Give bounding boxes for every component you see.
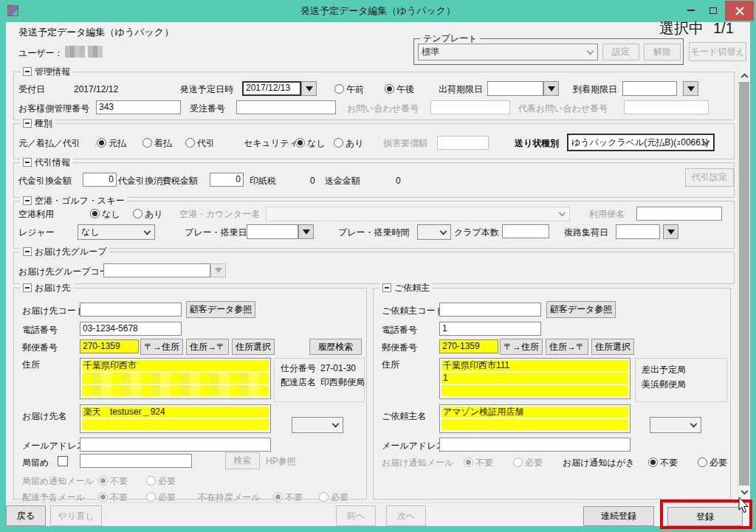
return-pickup-dropdown-button[interactable]: [663, 224, 678, 239]
pm-radio[interactable]: [385, 84, 394, 94]
sender-addr-to-zip-button[interactable]: 住所→〒: [546, 339, 588, 355]
kyokudome-checkbox[interactable]: [58, 456, 68, 466]
ship-date-input[interactable]: 2017/12/13: [242, 81, 301, 96]
cod-config-button[interactable]: 代引設定: [685, 168, 734, 187]
rep-inquiry-no-input[interactable]: [624, 100, 709, 114]
sender-addr-textarea[interactable]: 千葉県印西市111 1: [439, 358, 630, 399]
template-release-button[interactable]: 解除: [644, 44, 681, 61]
am-radio[interactable]: [334, 84, 344, 94]
absence-return-fuyo-radio[interactable]: [273, 492, 283, 502]
sender-mail-input[interactable]: [439, 438, 630, 452]
sender-tel-input[interactable]: 1: [439, 322, 541, 336]
recipient-honorific-select[interactable]: [292, 417, 343, 433]
collapse-icon[interactable]: [23, 196, 32, 205]
daibiki-radio[interactable]: [185, 138, 195, 148]
recipient-name-textarea[interactable]: 楽天 testuser＿924: [80, 404, 271, 433]
sender-addr-label: 住所: [382, 359, 399, 370]
mode-switch-button[interactable]: モード切替え: [689, 42, 746, 61]
collapse-icon[interactable]: [23, 119, 32, 128]
flight-name-input[interactable]: [636, 207, 722, 221]
close-button[interactable]: [725, 1, 754, 21]
security-ari-radio[interactable]: [334, 138, 343, 148]
sender-zip-input[interactable]: 270-1359: [439, 339, 498, 353]
recipient-tel-input[interactable]: 03-1234-5678: [80, 322, 182, 336]
ship-deadline-dropdown-button[interactable]: [543, 81, 559, 96]
recipient-zip-to-addr-button[interactable]: 〒→住所: [140, 339, 183, 355]
continuous-register-button[interactable]: 連続登録: [583, 506, 654, 526]
selection-status: 選択中: [659, 20, 704, 36]
leisure-select[interactable]: なし: [78, 224, 155, 240]
minimize-button[interactable]: [681, 0, 701, 21]
scroll-up-button[interactable]: [738, 69, 750, 81]
recipient-addr-select-button[interactable]: 住所選択: [232, 339, 275, 355]
recipient-mail-input[interactable]: [80, 438, 271, 452]
recipient-customer-ref-button[interactable]: 顧客データ参照: [186, 301, 255, 318]
label-type-value: ゆうパックラベル(元払B)(ｭ00661): [571, 137, 709, 149]
notice-postcard-fuyo-radio[interactable]: [648, 457, 658, 467]
damage-input[interactable]: [437, 136, 489, 150]
template-select[interactable]: 標準: [418, 44, 598, 61]
ship-deadline-label: 出荷期限日: [439, 84, 483, 94]
return-pickup-input[interactable]: [616, 224, 660, 239]
chakubarai-radio[interactable]: [142, 138, 152, 148]
back-button[interactable]: 戻る: [6, 505, 46, 526]
sender-honorific-select[interactable]: [650, 417, 701, 433]
inquiry-no-input[interactable]: [430, 100, 510, 114]
sender-zip-to-addr-button[interactable]: 〒→住所: [500, 339, 543, 355]
history-search-button[interactable]: 履歴検索: [309, 339, 362, 355]
recipient-code-input[interactable]: [80, 303, 182, 317]
recipient-zip-input[interactable]: 270-1359: [80, 339, 139, 353]
airport-use-label: 空港利用: [18, 209, 54, 219]
ship-date-dropdown-button[interactable]: [301, 81, 317, 96]
sender-addr-select-button[interactable]: 住所選択: [591, 339, 634, 355]
maximize-button[interactable]: [703, 0, 724, 21]
collapse-icon[interactable]: [23, 283, 32, 292]
delivery-group-dropdown-button[interactable]: [210, 263, 226, 277]
delivery-notice-hitsuyo-radio[interactable]: [146, 492, 156, 502]
customer-no-input[interactable]: 343: [96, 100, 181, 114]
kyokudome-input[interactable]: [80, 454, 192, 468]
delivery-group-code-input[interactable]: [103, 263, 210, 277]
sender-code-input[interactable]: [439, 303, 541, 317]
notice-postcard-hitsuyo-radio[interactable]: [698, 457, 707, 467]
cod-tax-input[interactable]: 0: [210, 173, 244, 187]
redo-button[interactable]: やり直し: [50, 505, 102, 526]
prev-button[interactable]: 前へ: [336, 505, 376, 526]
sender-customer-ref-button[interactable]: 顧客データ参照: [546, 301, 616, 318]
collapse-icon[interactable]: [23, 158, 32, 167]
motobarai-radio[interactable]: [97, 138, 106, 148]
notice-mail-hitsuyo-radio[interactable]: [513, 457, 523, 467]
play-date-input[interactable]: [247, 224, 298, 239]
airport-nashi-radio[interactable]: [90, 209, 100, 218]
collapse-icon[interactable]: [382, 283, 391, 292]
collapse-icon[interactable]: [23, 247, 32, 256]
ship-deadline-input[interactable]: [487, 81, 543, 96]
play-time-select[interactable]: [417, 224, 451, 240]
template-set-button[interactable]: 設定: [602, 44, 639, 61]
kyokudome-search-button[interactable]: 検索: [225, 452, 260, 469]
play-date-dropdown-button[interactable]: [298, 224, 314, 239]
sender-name-textarea[interactable]: アマゾン検証用店舗: [439, 404, 630, 433]
cod-amount-input[interactable]: 0: [83, 173, 117, 187]
next-button[interactable]: 次へ: [386, 505, 426, 526]
collapse-icon[interactable]: [23, 67, 32, 76]
club-count-input[interactable]: [502, 224, 549, 238]
airport-counter-select[interactable]: [266, 207, 570, 221]
delivery-notice-fuyo-radio[interactable]: [98, 492, 108, 502]
kyokudome-mail-fuyo-radio[interactable]: [98, 476, 108, 486]
recipient-addr-textarea[interactable]: 千葉県印西市: [80, 358, 271, 399]
kyokudome-mail-hitsuyo-radio[interactable]: [146, 476, 156, 486]
vertical-scrollbar[interactable]: [738, 69, 749, 500]
arrival-deadline-dropdown-button[interactable]: [683, 81, 698, 96]
order-no-input[interactable]: [236, 100, 336, 114]
notice-mail-fuyo-radio[interactable]: [464, 457, 473, 467]
absence-return-hitsuyo-radio[interactable]: [319, 492, 329, 502]
arrival-deadline-input[interactable]: [622, 81, 677, 96]
caret-down-icon: [306, 86, 313, 91]
security-nashi-radio[interactable]: [295, 138, 305, 148]
post-office-panel: 差出予定局 美浜郵便局: [635, 358, 727, 402]
airport-ari-radio[interactable]: [133, 209, 142, 218]
label-type-select[interactable]: ゆうパックラベル(元払B)(ｭ00661): [567, 134, 715, 151]
recipient-addr-to-zip-button[interactable]: 住所→〒: [186, 339, 229, 355]
scrollbar-thumb[interactable]: [739, 82, 749, 486]
